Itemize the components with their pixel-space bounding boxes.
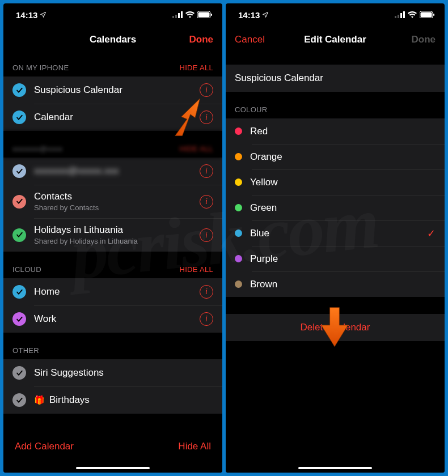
- colour-option[interactable]: Brown: [226, 271, 445, 297]
- calendars-screen: 14:13 Calendars Done ON MY IPHONE HIDE A…: [3, 3, 222, 473]
- status-time: 14:13: [16, 10, 37, 20]
- svg-rect-5: [198, 12, 210, 18]
- status-bar: 14:13: [3, 3, 222, 26]
- svg-rect-10: [403, 11, 405, 18]
- checkmark-icon: ✓: [427, 227, 436, 240]
- colour-swatch: [235, 280, 242, 288]
- cellular-icon: [172, 11, 183, 18]
- row-body: Suspicious Calendar: [34, 84, 192, 96]
- section-label: OTHER: [12, 346, 39, 355]
- row-body: Holidays in LithuaniaShared by Holidays …: [34, 224, 192, 245]
- svg-rect-6: [211, 14, 212, 16]
- row-body: xxxxxxx@xxxxx.xxx: [34, 165, 192, 177]
- home-indicator[interactable]: [298, 467, 372, 469]
- colour-option[interactable]: Green: [226, 195, 445, 220]
- svg-rect-1: [175, 15, 177, 18]
- calendar-row[interactable]: Holidays in LithuaniaShared by Holidays …: [3, 218, 222, 252]
- info-button[interactable]: i: [200, 110, 213, 124]
- calendar-colour-check[interactable]: [12, 312, 26, 326]
- calendar-title: Suspicious Calendar: [34, 84, 192, 96]
- calendar-row[interactable]: ContactsShared by Contactsi: [3, 185, 222, 218]
- svg-rect-3: [181, 11, 183, 18]
- bottom-actions: Add Calendar Hide All: [3, 431, 222, 459]
- svg-rect-9: [400, 13, 402, 18]
- calendar-colour-check[interactable]: [12, 164, 26, 178]
- calendar-row[interactable]: Worki: [3, 305, 222, 333]
- section-label: ICLOUD: [12, 265, 41, 274]
- hide-all-button[interactable]: HIDE ALL: [180, 63, 213, 72]
- calendars-list[interactable]: ON MY IPHONE HIDE ALL Suspicious Calenda…: [3, 53, 222, 473]
- calendar-title: Holidays in Lithuania: [34, 224, 192, 236]
- colour-swatch: [235, 128, 242, 135]
- calendar-colour-check[interactable]: [12, 228, 26, 242]
- calendar-title: xxxxxxx@xxxxx.xxx: [34, 165, 192, 177]
- status-icons: [172, 11, 212, 18]
- calendar-name-field[interactable]: Suspicious Calendar: [226, 65, 445, 92]
- hide-all-button[interactable]: HIDE ALL: [180, 144, 213, 153]
- svg-rect-8: [398, 15, 399, 18]
- colour-option[interactable]: Yellow: [226, 169, 445, 195]
- done-button[interactable]: Done: [189, 34, 214, 45]
- delete-calendar-button[interactable]: Delete Calendar: [226, 314, 445, 341]
- calendar-colour-check[interactable]: [12, 83, 26, 97]
- calendar-colour-check[interactable]: [12, 366, 26, 380]
- info-button[interactable]: i: [200, 83, 213, 97]
- info-button[interactable]: i: [200, 285, 213, 299]
- calendar-colour-check[interactable]: [12, 393, 26, 407]
- hide-all-button-footer[interactable]: Hide All: [178, 441, 211, 452]
- calendar-title: Contacts: [34, 191, 192, 202]
- calendar-row[interactable]: 🎁Birthdays: [3, 386, 222, 414]
- calendar-row[interactable]: Calendari: [3, 104, 222, 131]
- colour-name: Brown: [250, 279, 436, 290]
- row-body: Home: [34, 286, 192, 298]
- calendar-colour-check[interactable]: [12, 110, 26, 124]
- colour-name: Red: [250, 126, 436, 137]
- colour-name: Green: [250, 202, 436, 214]
- cancel-button[interactable]: Cancel: [235, 34, 265, 45]
- calendar-colour-check[interactable]: [12, 195, 26, 209]
- calendar-subtitle: Shared by Contacts: [34, 203, 192, 212]
- home-indicator[interactable]: [76, 467, 150, 469]
- colour-option[interactable]: Blue✓: [226, 220, 445, 246]
- svg-rect-12: [421, 12, 432, 18]
- status-icons: [395, 11, 434, 18]
- info-button[interactable]: i: [200, 228, 213, 242]
- done-button[interactable]: Done: [412, 34, 436, 45]
- calendar-title: Work: [34, 313, 192, 325]
- calendar-row[interactable]: Siri Suggestions: [3, 359, 222, 386]
- calendar-row[interactable]: Suspicious Calendari: [3, 76, 222, 104]
- section-iphone-header: ON MY IPHONE HIDE ALL: [3, 53, 222, 76]
- edit-calendar-screen: 14:13 Cancel Edit Calendar Done Suspicio…: [226, 3, 445, 473]
- colour-option[interactable]: Orange: [226, 144, 445, 169]
- colour-swatch: [235, 178, 242, 186]
- status-time: 14:13: [238, 10, 260, 20]
- colour-option[interactable]: Red: [226, 118, 445, 144]
- svg-rect-7: [395, 16, 396, 18]
- svg-rect-0: [172, 16, 174, 18]
- colour-name: Blue: [250, 228, 419, 239]
- info-button[interactable]: i: [200, 195, 213, 209]
- nav-header: Cancel Edit Calendar Done: [226, 26, 445, 53]
- calendar-title: Birthdays: [49, 394, 213, 406]
- calendar-row[interactable]: Homei: [3, 278, 222, 305]
- colour-option[interactable]: Purple: [226, 246, 445, 271]
- section-label: COLOUR: [235, 105, 267, 114]
- svg-rect-2: [178, 13, 180, 18]
- gift-icon: 🎁: [34, 395, 45, 405]
- info-button[interactable]: i: [200, 312, 213, 326]
- calendar-colour-check[interactable]: [12, 285, 26, 299]
- calendar-subtitle: Shared by Holidays in Lithuania: [34, 237, 192, 245]
- edit-form: Suspicious Calendar COLOUR RedOrangeYell…: [226, 53, 445, 473]
- calendar-row[interactable]: xxxxxxx@xxxxx.xxxi: [3, 158, 222, 185]
- battery-icon: [420, 11, 434, 18]
- row-body: Siri Suggestions: [34, 367, 213, 379]
- location-icon: [262, 11, 269, 18]
- colour-section-header: COLOUR: [226, 92, 445, 118]
- hide-all-button[interactable]: HIDE ALL: [180, 265, 213, 274]
- cellular-icon: [395, 11, 405, 18]
- colour-swatch: [235, 255, 242, 262]
- add-calendar-button[interactable]: Add Calendar: [15, 441, 74, 452]
- colour-swatch: [235, 153, 242, 160]
- colour-name: Yellow: [250, 177, 436, 188]
- info-button[interactable]: i: [200, 164, 213, 178]
